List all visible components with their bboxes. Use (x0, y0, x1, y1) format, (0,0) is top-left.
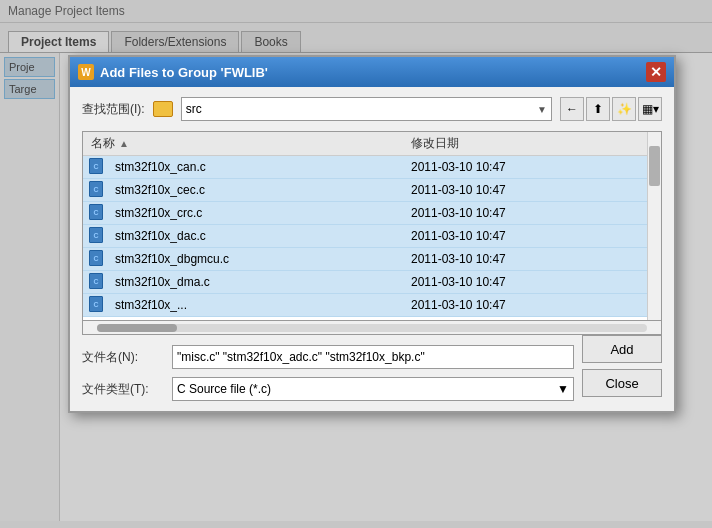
file-list-body: Cstm32f10x_can.c2011-03-10 10:47Cstm32f1… (83, 156, 661, 321)
new-folder-button[interactable]: ✨ (612, 97, 636, 121)
file-date: 2011-03-10 10:47 (411, 229, 661, 243)
scrollbar-h-track (97, 324, 647, 332)
file-icon: C (89, 158, 111, 176)
action-buttons: Add Close (582, 335, 662, 397)
file-icon: C (89, 181, 111, 199)
filename-label: 文件名(N): (82, 349, 162, 366)
file-date: 2011-03-10 10:47 (411, 275, 661, 289)
table-row[interactable]: Cstm32f10x_can.c2011-03-10 10:47 (83, 156, 661, 179)
file-icon: C (89, 296, 111, 314)
dialog-titlebar: W Add Files to Group 'FWLIB' ✕ (70, 57, 674, 87)
new-folder-icon: ✨ (617, 102, 632, 116)
filetype-value: C Source file (*.c) (177, 382, 271, 396)
form-fields: 文件名(N): 文件类型(T): C Source file (*.c) ▼ (82, 335, 574, 401)
dialog-app-icon: W (78, 64, 94, 80)
col-name-label: 名称 (91, 135, 115, 152)
scrollbar-thumb[interactable] (649, 146, 660, 186)
view-icon: ▦▾ (642, 102, 659, 116)
add-button[interactable]: Add (582, 335, 662, 363)
filename-input[interactable] (172, 345, 574, 369)
lookin-select[interactable]: src ▼ (181, 97, 552, 121)
folder-up-button[interactable]: ⬆ (586, 97, 610, 121)
file-icon-base: C (89, 227, 103, 243)
back-button[interactable]: ← (560, 97, 584, 121)
dialog-title-left: W Add Files to Group 'FWLIB' (78, 64, 268, 80)
filetype-arrow-icon: ▼ (557, 382, 569, 396)
table-row[interactable]: Cstm32f10x_dac.c2011-03-10 10:47 (83, 225, 661, 248)
lookin-arrow-icon: ▼ (537, 104, 547, 115)
file-name: stm32f10x_dma.c (111, 275, 411, 289)
file-date: 2011-03-10 10:47 (411, 298, 661, 312)
file-name: stm32f10x_dac.c (111, 229, 411, 243)
filetype-label: 文件类型(T): (82, 381, 162, 398)
folder-icon (153, 101, 173, 117)
file-list-header: 名称 ▲ 修改日期 (83, 132, 661, 156)
scrollbar-h-thumb[interactable] (97, 324, 177, 332)
close-button[interactable]: Close (582, 369, 662, 397)
lookin-row: 查找范围(I): src ▼ ← ⬆ ✨ ▦▾ (82, 97, 662, 121)
view-button[interactable]: ▦▾ (638, 97, 662, 121)
table-row[interactable]: Cstm32f10x_cec.c2011-03-10 10:47 (83, 179, 661, 202)
file-icon-base: C (89, 158, 103, 174)
dialog-body: 查找范围(I): src ▼ ← ⬆ ✨ ▦▾ (70, 87, 674, 411)
file-date: 2011-03-10 10:47 (411, 183, 661, 197)
bottom-form: 文件名(N): 文件类型(T): C Source file (*.c) ▼ (82, 345, 574, 401)
lookin-value: src (186, 102, 202, 116)
file-name: stm32f10x_crc.c (111, 206, 411, 220)
file-icon: C (89, 250, 111, 268)
file-icon: C (89, 227, 111, 245)
file-date: 2011-03-10 10:47 (411, 160, 661, 174)
add-files-dialog: W Add Files to Group 'FWLIB' ✕ 查找范围(I): … (68, 55, 676, 413)
file-list-container: 名称 ▲ 修改日期 Cstm32f10x_can.c2011-03-10 10:… (82, 131, 662, 321)
file-date: 2011-03-10 10:47 (411, 252, 661, 266)
filetype-select[interactable]: C Source file (*.c) ▼ (172, 377, 574, 401)
toolbar-icons: ← ⬆ ✨ ▦▾ (560, 97, 662, 121)
file-date: 2011-03-10 10:47 (411, 206, 661, 220)
file-name: stm32f10x_dbgmcu.c (111, 252, 411, 266)
file-name: stm32f10x_cec.c (111, 183, 411, 197)
dialog-title: Add Files to Group 'FWLIB' (100, 65, 268, 80)
table-row[interactable]: Cstm32f10x_crc.c2011-03-10 10:47 (83, 202, 661, 225)
sort-arrow-icon: ▲ (119, 138, 129, 149)
file-name: stm32f10x_can.c (111, 160, 411, 174)
col-name-header: 名称 ▲ (83, 135, 403, 152)
scrollbar-horizontal[interactable] (82, 321, 662, 335)
dialog-close-button[interactable]: ✕ (646, 62, 666, 82)
back-icon: ← (566, 102, 578, 116)
file-icon-base: C (89, 273, 103, 289)
filetype-row: 文件类型(T): C Source file (*.c) ▼ (82, 377, 574, 401)
table-row[interactable]: Cstm32f10x_dma.c2011-03-10 10:47 (83, 271, 661, 294)
file-icon: C (89, 273, 111, 291)
folder-up-icon: ⬆ (593, 102, 603, 116)
table-row[interactable]: Cstm32f10x_...2011-03-10 10:47 (83, 294, 661, 317)
file-icon-base: C (89, 204, 103, 220)
file-icon-base: C (89, 250, 103, 266)
icon-letter: W (81, 67, 90, 78)
file-icon-base: C (89, 181, 103, 197)
bottom-section: 文件名(N): 文件类型(T): C Source file (*.c) ▼ A… (82, 335, 662, 401)
scrollbar-vertical[interactable] (647, 132, 661, 320)
file-name: stm32f10x_... (111, 298, 411, 312)
file-icon: C (89, 204, 111, 222)
table-row[interactable]: Cstm32f10x_dbgmcu.c2011-03-10 10:47 (83, 248, 661, 271)
col-date-header: 修改日期 (403, 135, 661, 152)
file-icon-base: C (89, 296, 103, 312)
lookin-label: 查找范围(I): (82, 101, 145, 118)
filename-row: 文件名(N): (82, 345, 574, 369)
